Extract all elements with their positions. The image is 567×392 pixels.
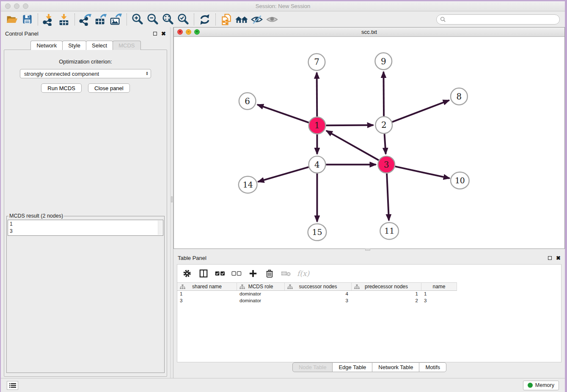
- column-header-name[interactable]: name: [421, 282, 457, 291]
- memory-button[interactable]: Memory: [523, 381, 559, 390]
- float-panel-icon[interactable]: [153, 32, 157, 36]
- graph-node-7[interactable]: 7: [308, 53, 325, 70]
- zoom-out-button[interactable]: [145, 13, 160, 26]
- table-row[interactable]: 1dominator411: [177, 291, 561, 298]
- tab-select[interactable]: Select: [86, 41, 113, 50]
- table-cell[interactable]: 3: [421, 298, 457, 304]
- export-image-button[interactable]: [108, 13, 124, 26]
- show-all-button[interactable]: [264, 13, 280, 26]
- graph-edge-2-9[interactable]: [383, 72, 384, 116]
- export-network-button[interactable]: [78, 13, 93, 26]
- table-panel-title: Table Panel: [178, 255, 206, 261]
- column-header-mcds-role[interactable]: MCDS role: [237, 282, 285, 291]
- select-all-button[interactable]: [215, 268, 226, 279]
- network-graph[interactable]: 7968124314101511: [174, 37, 564, 248]
- graph-edge-1-7[interactable]: [317, 72, 317, 116]
- graph-node-11[interactable]: 11: [380, 222, 399, 239]
- open-session-button[interactable]: [4, 13, 19, 26]
- table-cell[interactable]: dominator: [237, 298, 285, 304]
- save-session-button[interactable]: [19, 13, 35, 26]
- tab-motifs[interactable]: Motifs: [419, 362, 446, 372]
- graph-edge-2-8[interactable]: [392, 100, 449, 122]
- zoom-fit-button[interactable]: [160, 13, 176, 26]
- table-cell[interactable]: 3: [177, 298, 237, 304]
- add-column-button[interactable]: [248, 268, 259, 279]
- graph-edge-3-1[interactable]: [326, 130, 379, 160]
- zoom-selected-button[interactable]: [176, 13, 191, 26]
- graph-node-label: 14: [243, 180, 253, 189]
- search-input[interactable]: [448, 17, 559, 22]
- graph-edge-4-14[interactable]: [258, 167, 308, 182]
- mcds-result-list[interactable]: 13: [8, 220, 163, 236]
- graph-node-1[interactable]: 1: [309, 117, 326, 134]
- table-cell[interactable]: dominator: [237, 291, 285, 298]
- graph-node-14[interactable]: 14: [239, 176, 257, 193]
- result-scrollbar[interactable]: [158, 221, 162, 235]
- graph-node-8[interactable]: 8: [451, 88, 468, 105]
- open-folder-icon: [6, 14, 18, 25]
- column-header-shared-name[interactable]: shared name: [177, 282, 237, 291]
- zoom-fit-icon: [162, 13, 174, 26]
- graph-node-2[interactable]: 2: [375, 116, 392, 133]
- column-layout-button[interactable]: [198, 268, 209, 279]
- graph-node-15[interactable]: 15: [308, 224, 327, 240]
- graph-node-10[interactable]: 10: [451, 172, 469, 189]
- graph-node-3[interactable]: 3: [378, 156, 395, 173]
- network-splitter-handle-icon[interactable]: [365, 248, 370, 251]
- float-table-panel-icon[interactable]: [548, 256, 552, 260]
- hide-selected-button[interactable]: [249, 13, 264, 26]
- deselect-all-button[interactable]: [231, 268, 242, 279]
- table-cell[interactable]: 2: [352, 298, 421, 304]
- table-cell[interactable]: 1: [421, 291, 457, 298]
- table-cell[interactable]: 1: [177, 291, 237, 298]
- graph-node-4[interactable]: 4: [309, 156, 326, 173]
- graph-edge-1-6[interactable]: [257, 105, 309, 123]
- graph-node-9[interactable]: 9: [375, 52, 392, 69]
- apply-function-button[interactable]: f(x): [297, 269, 309, 278]
- column-header-successor-nodes[interactable]: successor nodes: [285, 282, 352, 291]
- first-neighbors-button[interactable]: [234, 13, 249, 26]
- table-row[interactable]: 3dominator323: [177, 298, 561, 304]
- table-cell[interactable]: 4: [285, 291, 352, 298]
- import-network-button[interactable]: [41, 13, 56, 26]
- network-snapshot-button[interactable]: [219, 13, 234, 26]
- delete-column-button[interactable]: [264, 268, 275, 279]
- table-cell[interactable]: 3: [285, 298, 352, 304]
- network-window-titlebar[interactable]: × − + scc.txt: [174, 28, 564, 37]
- table-settings-button[interactable]: [182, 268, 193, 279]
- export-table-button[interactable]: [93, 13, 108, 26]
- refresh-view-button[interactable]: [197, 13, 212, 26]
- network-canvas[interactable]: 7968124314101511: [174, 37, 564, 248]
- tab-network[interactable]: Network: [30, 41, 63, 50]
- tab-mcds[interactable]: MCDS: [113, 41, 140, 50]
- graph-node-6[interactable]: 6: [239, 93, 256, 110]
- import-table-button[interactable]: [56, 13, 72, 26]
- task-history-button[interactable]: [7, 381, 18, 390]
- columns-icon: [199, 269, 208, 278]
- tab-node-table[interactable]: Node Table: [292, 362, 333, 372]
- criterion-select[interactable]: strongly connected component ▲▼: [20, 69, 151, 78]
- import-table-icon: [58, 13, 70, 26]
- graph-edge-3-11[interactable]: [387, 173, 389, 220]
- search-box[interactable]: [436, 14, 560, 25]
- delete-table-button[interactable]: [281, 268, 292, 279]
- splitter-handle-icon[interactable]: [171, 196, 173, 202]
- table-cell[interactable]: 1: [352, 291, 421, 298]
- graph-edge-1-2[interactable]: [326, 125, 373, 125]
- status-bar: Memory: [1, 378, 565, 392]
- graph-edge-2-3[interactable]: [385, 134, 386, 154]
- column-header-predecessor-nodes[interactable]: predecessor nodes: [352, 282, 421, 291]
- tab-network-table[interactable]: Network Table: [372, 362, 419, 372]
- close-panel-icon[interactable]: ✖: [161, 31, 166, 36]
- close-panel-button[interactable]: Close panel: [88, 83, 130, 93]
- close-table-panel-icon[interactable]: ✖: [556, 255, 561, 261]
- refresh-icon: [199, 14, 211, 25]
- optimization-label: Optimization criterion:: [59, 58, 112, 65]
- checked-boxes-icon: [215, 271, 226, 276]
- run-mcds-button[interactable]: Run MCDS: [41, 83, 82, 93]
- panel-splitter[interactable]: [170, 27, 173, 378]
- graph-edge-3-10[interactable]: [395, 166, 450, 178]
- tab-edge-table[interactable]: Edge Table: [332, 362, 372, 372]
- zoom-in-button[interactable]: [130, 13, 145, 26]
- tab-style[interactable]: Style: [62, 41, 86, 50]
